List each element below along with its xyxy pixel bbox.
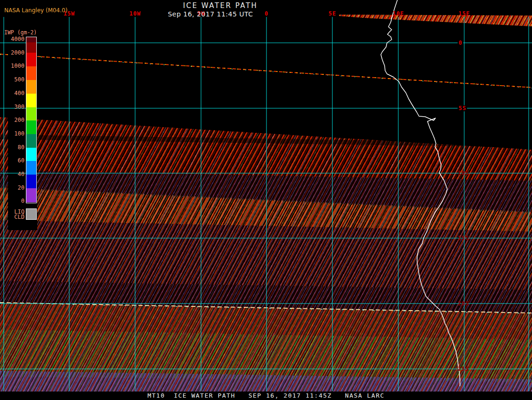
lat-label-15s: 15S — [458, 235, 469, 241]
colorbar-segment — [26, 161, 36, 175]
legend-value: 0 — [0, 198, 24, 204]
lon-label-5e: 5E — [329, 10, 336, 17]
coastline — [0, 0, 532, 400]
lat-label-25s: 25S — [458, 366, 469, 372]
colorbar-segment — [26, 107, 36, 120]
colorbar — [26, 37, 37, 203]
colorbar-segment — [26, 175, 36, 188]
page-title: ICE WATER PATH — [183, 1, 258, 10]
legend-value: 80 — [0, 144, 24, 151]
agency-label: NASA Langley (M04.0) — [4, 7, 67, 14]
lon-label-0: 0 — [265, 10, 268, 17]
legend-title: IWP (gm-2) — [4, 29, 37, 36]
legend-value: 100 — [0, 130, 24, 137]
legend-value: 20 — [0, 184, 24, 191]
legend-value: 400 — [0, 90, 24, 96]
green-speckle-band — [0, 0, 532, 400]
lat-label-20s: 20S — [458, 301, 469, 307]
colorbar-segment — [26, 80, 36, 94]
legend-value: 4000 — [0, 36, 24, 42]
bright-speckle-band — [0, 0, 532, 400]
colorbar-segment — [26, 188, 36, 202]
legend-value: 1000 — [0, 63, 24, 69]
lon-label-10e: 10E — [393, 10, 404, 17]
legend-value: 60 — [0, 157, 24, 164]
colorbar-segment — [26, 94, 36, 107]
colorbar-segment — [26, 120, 36, 134]
latlon-grid — [0, 0, 532, 400]
timestamp: Sep 16, 2017 11:45 UTC — [168, 10, 253, 18]
legend-value: 200 — [0, 117, 24, 123]
legend-value: 500 — [0, 76, 24, 83]
liq-cld-label: CLD — [0, 214, 24, 220]
lat-label-5s: 5S — [458, 105, 467, 112]
bottom-multicolor-swath — [0, 0, 532, 400]
lat-label-0: 0 — [458, 40, 463, 46]
top-right-swath — [0, 0, 532, 400]
colorbar-segment — [26, 66, 36, 80]
lon-label-10w: 10W — [129, 10, 141, 17]
legend-value: 40 — [0, 171, 24, 177]
lat-label-10s: 10S — [458, 170, 469, 176]
sparse-swath-band — [0, 0, 532, 400]
colorbar-segment — [26, 37, 36, 42]
colorbar-segment — [26, 42, 36, 53]
satellite-product-screen: 15W 10W 5W 0 5E 10E 15E 0 5S 10S 15S 20S… — [0, 0, 532, 400]
lon-label-15e: 15E — [459, 10, 470, 17]
footer-status-bar: MT10 ICE WATER PATH SEP 16, 2017 11:45Z … — [0, 392, 532, 400]
dark-swath-band — [0, 0, 532, 400]
colorbar-segment — [26, 134, 36, 148]
legend-value: 2000 — [0, 49, 24, 56]
legend-value: 300 — [0, 104, 24, 110]
pre-bottom-gap-band — [0, 0, 532, 400]
colorbar-segment — [26, 148, 36, 161]
main-swath-texture — [0, 0, 532, 400]
colorbar-segment — [26, 53, 36, 66]
swath-edge-lines — [0, 0, 532, 400]
swath-gap-line — [0, 0, 532, 400]
liq-cld-swatch — [26, 208, 37, 220]
blue-speckle-band — [0, 0, 532, 400]
